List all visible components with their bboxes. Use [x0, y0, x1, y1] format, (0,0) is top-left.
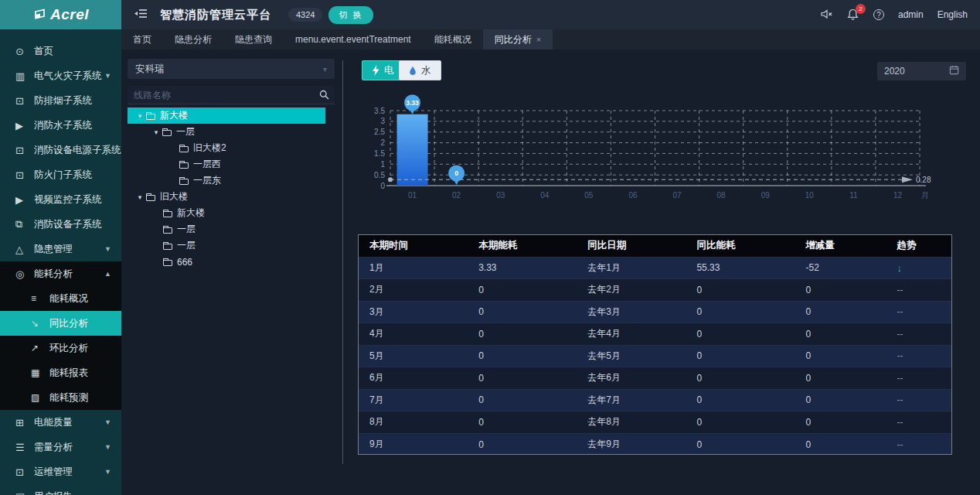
trend-none-label: -- — [897, 439, 903, 450]
table-cell: 6月 — [359, 367, 468, 390]
table-cell-trend: -- — [886, 323, 951, 346]
lock-icon: ⊡ — [15, 95, 27, 107]
sidebar-subitem-label: 能耗概况 — [49, 292, 88, 306]
table-cell: 0 — [686, 389, 795, 411]
sidebar-item-10[interactable]: ⊞电能质量▼ — [0, 410, 121, 435]
sidebar: ⊙首页▥电气火灾子系统▼⊡防排烟子系统▶消防水子系统⊡消防设备电源子系统⊡防火门… — [0, 29, 121, 495]
sidebar-subitem-9-3[interactable]: ▦能耗报表 — [0, 360, 121, 385]
folder-icon — [163, 227, 172, 234]
electric-tab-button[interactable]: 电 — [362, 60, 404, 80]
tree-node-5[interactable]: ▾旧大楼 — [128, 189, 325, 205]
folder-open-icon — [162, 130, 172, 136]
switch-button[interactable]: 切 换 — [328, 6, 373, 24]
year-picker[interactable]: 2020 — [877, 62, 966, 80]
yoy-table-wrap: 本期时间本期能耗同比日期同比能耗增减量趋势1月3.33去年1月55.33-52↓… — [358, 234, 952, 455]
sidebar-item-0[interactable]: ⊙首页 — [0, 39, 121, 63]
sidebar-item-label: 防火门子系统 — [34, 169, 92, 182]
table-cell: 0 — [686, 367, 795, 390]
station-select[interactable]: 安科瑞 ▾ — [128, 59, 335, 79]
count-badge: 4324 — [288, 8, 322, 22]
search-icon[interactable] — [313, 86, 335, 104]
chevron-down-icon: ▼ — [104, 72, 111, 80]
table-row: 2月0去年2月00-- — [359, 279, 951, 302]
tree-node-1[interactable]: ▾一层 — [128, 124, 325, 140]
sidebar-item-label: 消防设备子系统 — [34, 218, 102, 231]
bell-icon[interactable]: 2 — [847, 9, 859, 21]
svg-text:1.5: 1.5 — [374, 149, 385, 158]
sidebar-item-label: 电气火灾子系统 — [34, 70, 102, 83]
tree-node-3[interactable]: 一层西 — [128, 156, 325, 172]
sidebar-subitem-9-0[interactable]: ≡能耗概况 — [0, 286, 121, 311]
tab-bar: 首页隐患分析隐患查询menu.event.eventTreatment能耗概况同… — [121, 29, 980, 50]
sidebar-item-13[interactable]: ▤用户报告 — [0, 484, 121, 495]
tab-4[interactable]: 能耗概况 — [423, 29, 483, 50]
caret-down-icon[interactable]: ▾ — [135, 193, 145, 201]
table-row: 1月3.33去年1月55.33-52↓ — [359, 257, 951, 279]
table-cell: 0 — [795, 389, 886, 411]
tab-2[interactable]: 隐患查询 — [223, 29, 284, 50]
acrel-logo: Acrel — [0, 0, 121, 29]
svg-text:2: 2 — [380, 138, 385, 147]
tab-close-icon[interactable]: × — [536, 35, 541, 44]
search-input[interactable] — [128, 90, 313, 101]
tab-0[interactable]: 首页 — [121, 29, 163, 50]
sidebar-item-5[interactable]: ⊡防火门子系统 — [0, 162, 121, 187]
tree-node-label: 一层东 — [193, 174, 221, 187]
folder-icon — [179, 162, 189, 169]
table-cell: 3.33 — [468, 257, 577, 279]
sidebar-subitem-9-4[interactable]: ▨能耗预测 — [0, 385, 121, 410]
list-icon: ☰ — [15, 442, 27, 453]
sidebar-item-label: 能耗分析 — [34, 268, 73, 281]
tab-1[interactable]: 隐患分析 — [163, 29, 223, 50]
svg-text:07: 07 — [672, 191, 682, 200]
table-column-header: 同比能耗 — [686, 235, 795, 257]
mute-speaker-icon[interactable] — [821, 9, 833, 21]
sidebar-item-label: 首页 — [34, 45, 53, 58]
table-row: 7月0去年7月00-- — [359, 389, 951, 411]
sidebar-item-4[interactable]: ⊡消防设备电源子系统 — [0, 138, 121, 162]
sidebar-item-2[interactable]: ⊡防排烟子系统 — [0, 88, 121, 113]
user-menu[interactable]: admin — [898, 9, 924, 20]
tree-node-9[interactable]: 666 — [128, 254, 325, 270]
help-icon[interactable]: ? — [873, 9, 884, 20]
sidebar-item-11[interactable]: ☰需量分析▼ — [0, 435, 121, 459]
sidebar-item-7[interactable]: ⧉消防设备子系统 — [0, 212, 121, 237]
play-icon: ▶ — [15, 120, 27, 131]
tree-node-7[interactable]: 一层 — [128, 221, 325, 237]
menu-fold-icon[interactable] — [134, 8, 148, 22]
water-tab-button[interactable]: 水 — [399, 60, 441, 80]
tree-node-2[interactable]: 旧大楼2 — [128, 140, 325, 156]
sidebar-item-3[interactable]: ▶消防水子系统 — [0, 113, 121, 138]
tree-node-label: 新大楼 — [160, 109, 188, 122]
folder-icon — [163, 244, 172, 250]
table-cell: 0 — [795, 411, 886, 434]
tree-node-4[interactable]: 一层东 — [128, 172, 325, 189]
table-cell: 去年7月 — [577, 389, 686, 411]
table-cell-trend: -- — [886, 411, 951, 434]
tab-5[interactable]: 同比分析× — [483, 29, 553, 50]
tree-node-8[interactable]: 一层 — [128, 237, 325, 254]
sidebar-item-label: 消防水子系统 — [34, 119, 92, 132]
caret-down-icon[interactable]: ▾ — [135, 112, 145, 120]
table-cell: 去年6月 — [577, 367, 686, 390]
table-cell: 0 — [468, 433, 577, 455]
svg-text:01: 01 — [408, 191, 417, 200]
chevron-down-icon: ▼ — [104, 418, 111, 426]
language-switch[interactable]: English — [937, 9, 968, 20]
table-cell: 0 — [686, 433, 795, 455]
sidebar-item-8[interactable]: △隐患管理▼ — [0, 237, 121, 261]
sidebar-item-9[interactable]: ◎能耗分析▲ — [0, 261, 121, 286]
sidebar-subitem-9-1[interactable]: ↘同比分析 — [0, 311, 121, 336]
tree-node-6[interactable]: 新大楼 — [128, 205, 325, 221]
tree-node-label: 旧大楼2 — [193, 142, 226, 155]
sidebar-item-1[interactable]: ▥电气火灾子系统▼ — [0, 63, 121, 88]
tab-3[interactable]: menu.event.eventTreatment — [284, 29, 423, 50]
sidebar-subitem-9-2[interactable]: ↗环比分析 — [0, 336, 121, 360]
sidebar-item-6[interactable]: ▶视频监控子系统 — [0, 187, 121, 212]
folder-icon — [163, 260, 172, 266]
table-cell-trend: -- — [886, 345, 951, 367]
tree-node-0[interactable]: ▾新大楼 — [128, 108, 325, 124]
caret-down-icon[interactable]: ▾ — [151, 128, 161, 136]
table-cell: 去年5月 — [577, 345, 686, 367]
sidebar-item-12[interactable]: ⊡运维管理▼ — [0, 459, 121, 484]
